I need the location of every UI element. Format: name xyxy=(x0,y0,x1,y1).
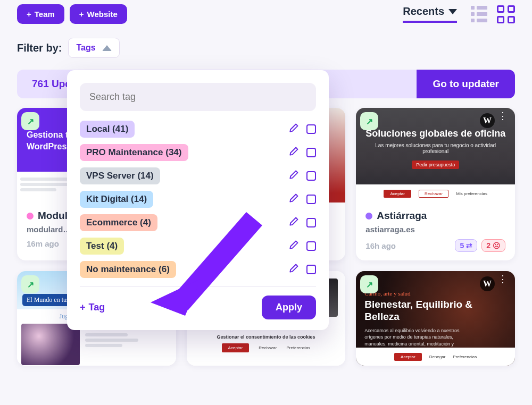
tag-row: Local (41) xyxy=(80,121,316,138)
add-tag-label: Tag xyxy=(89,302,105,313)
plus-icon: + xyxy=(27,10,31,19)
tag-row: Kit Digital (14) xyxy=(80,191,316,208)
site-card[interactable]: ↗ W ⋮ Cariño, arte y salud Bienestar, Eq… xyxy=(356,271,515,366)
tag-pill[interactable]: PRO Maintenance (34) xyxy=(80,144,188,161)
edit-tag-icon[interactable] xyxy=(288,263,299,276)
tag-checkbox[interactable] xyxy=(306,241,316,251)
apply-tags-button[interactable]: Apply xyxy=(262,296,316,319)
tag-row: Test (4) xyxy=(80,238,316,255)
filter-tags-label: Tags xyxy=(76,43,95,53)
sort-label: Recents xyxy=(403,5,444,18)
plus-icon: + xyxy=(80,302,86,313)
tag-pill[interactable]: VPS Server (14) xyxy=(80,167,160,184)
edit-tag-icon[interactable] xyxy=(288,146,299,159)
wordpress-icon: W xyxy=(480,113,495,128)
go-to-updater-button[interactable]: Go to updater xyxy=(417,70,515,98)
tag-pill[interactable]: No maintenance (6) xyxy=(80,261,176,278)
thumb-headline: Soluciones globales de oficina xyxy=(362,128,509,139)
sort-dropdown[interactable]: Recents xyxy=(403,5,457,23)
edit-tag-icon[interactable] xyxy=(288,193,299,206)
tag-pill[interactable]: Kit Digital (14) xyxy=(80,191,153,208)
edit-tag-icon[interactable] xyxy=(288,216,299,229)
chevron-down-icon xyxy=(448,9,457,14)
site-domain: astiarraga.es xyxy=(365,225,505,234)
add-team-button[interactable]: + Team xyxy=(17,4,64,24)
tag-search-input[interactable] xyxy=(80,83,316,111)
tag-pill[interactable]: Ecommerce (4) xyxy=(80,214,157,231)
thumb-headline: Bienestar, Equilibrio & Belleza xyxy=(364,299,506,323)
open-site-icon[interactable]: ↗ xyxy=(360,112,378,130)
card-menu-icon[interactable]: ⋮ xyxy=(498,277,508,281)
site-title: Astiárraga xyxy=(377,210,427,222)
tag-pill[interactable]: Test (4) xyxy=(80,238,124,255)
tag-pill[interactable]: Local (41) xyxy=(80,121,135,138)
tag-row: No maintenance (6) xyxy=(80,261,316,278)
thumb-subtitle: Las mejores soluciones para tu negocio o… xyxy=(362,142,509,154)
add-website-button[interactable]: + Website xyxy=(70,4,127,24)
last-sync: 16m ago xyxy=(27,239,59,248)
status-dot xyxy=(27,213,34,220)
plus-icon: + xyxy=(79,10,84,19)
error-badge: 2☹ xyxy=(481,239,505,252)
thumb-image xyxy=(21,324,80,365)
tag-row: PRO Maintenance (34) xyxy=(80,144,316,161)
filter-by-label: Filter by: xyxy=(17,42,62,54)
sync-badge: 5⇄ xyxy=(455,239,477,252)
tag-checkbox[interactable] xyxy=(306,124,316,134)
wordpress-icon: W xyxy=(480,276,495,291)
tag-checkbox[interactable] xyxy=(306,265,316,274)
tag-row: Ecommerce (4) xyxy=(80,214,316,231)
add-website-label: Website xyxy=(87,10,118,19)
filter-tags-button[interactable]: Tags xyxy=(68,38,119,58)
edit-tag-icon[interactable] xyxy=(288,170,299,182)
open-site-icon[interactable]: ↗ xyxy=(21,275,39,293)
add-tag-button[interactable]: + Tag xyxy=(80,302,105,313)
chevron-up-icon xyxy=(102,45,112,51)
thumb-cta: Pedir presupuesto xyxy=(412,161,459,169)
edit-tag-icon[interactable] xyxy=(288,123,299,136)
grid-view-button[interactable] xyxy=(497,5,515,23)
open-site-icon[interactable]: ↗ xyxy=(21,112,39,130)
tag-checkbox[interactable] xyxy=(306,195,316,204)
add-team-label: Team xyxy=(35,10,55,19)
thumb-tagline: Cariño, arte y salud xyxy=(364,290,506,297)
open-site-icon[interactable]: ↗ xyxy=(360,275,378,293)
tag-checkbox[interactable] xyxy=(306,218,316,227)
edit-tag-icon[interactable] xyxy=(288,240,299,252)
tag-checkbox[interactable] xyxy=(306,148,316,157)
tag-row: VPS Server (14) xyxy=(80,167,316,184)
list-view-button[interactable] xyxy=(471,6,487,22)
tags-dropdown: Local (41)PRO Maintenance (34)VPS Server… xyxy=(67,70,329,330)
tag-checkbox[interactable] xyxy=(306,171,316,181)
site-card[interactable]: ↗ W ⋮ Soluciones globales de oficina Las… xyxy=(356,108,515,260)
card-menu-icon[interactable]: ⋮ xyxy=(498,114,508,117)
last-sync: 16h ago xyxy=(365,241,396,250)
status-dot xyxy=(365,213,372,220)
